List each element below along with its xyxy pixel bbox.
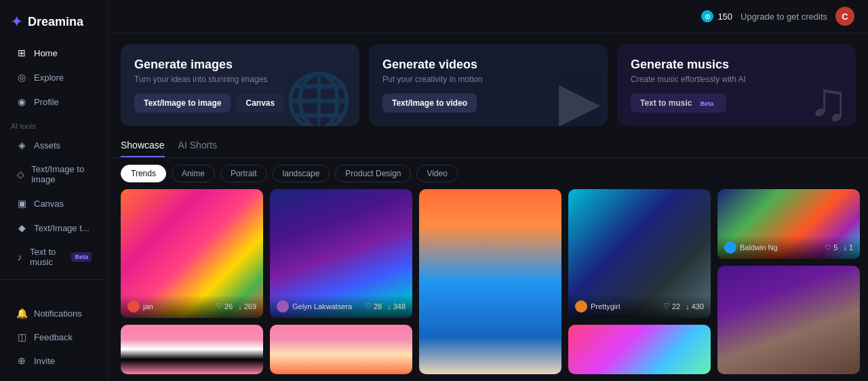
feature-cards-row: Generate images Turn your ideas into stu… [108, 33, 868, 134]
downloads-value: 348 [393, 302, 406, 310]
gallery: jan ♡ 26 ↓ 269 [108, 189, 868, 381]
gallery-item-bottom-2[interactable] [270, 325, 412, 374]
sidebar-item-text-image[interactable]: ◇ Text/Image to image [5, 158, 102, 190]
feedback-icon: ◫ [16, 332, 27, 342]
card-title: Generate musics [631, 58, 842, 72]
downloads-stat: ↓ 348 [387, 302, 406, 310]
feature-card-videos: Generate videos Put your creativity in m… [369, 44, 608, 126]
gallery-item-zebra[interactable] [121, 325, 263, 374]
likes-value: 28 [374, 302, 382, 310]
gallery-col-4: Prettygirl ♡ 22 ↓ 430 [568, 189, 711, 374]
assets-icon: ◈ [16, 140, 27, 151]
tabs-section: Showcase AI Shorts [108, 134, 868, 158]
text-image-to-video-button[interactable]: Text/Image to video [382, 94, 477, 113]
notifications-icon: 🔔 [16, 308, 27, 319]
main-content: ⊙ 150 Upgrade to get credits C Generate … [108, 0, 868, 381]
canvas-button[interactable]: Canvas [236, 94, 284, 113]
filter-trends[interactable]: Trends [121, 165, 166, 182]
gallery-item-beach-girl[interactable] [419, 189, 561, 374]
user-avatar [724, 241, 736, 254]
credits-icon: ⊙ [701, 10, 713, 22]
user-avatar [277, 300, 289, 313]
sidebar-item-home[interactable]: ⊞ Home [5, 41, 102, 64]
app-logo: ✦ Dreamina [0, 8, 108, 41]
sidebar-item-invite[interactable]: ⊕ Invite [5, 349, 102, 372]
image-stats: ♡ 28 ↓ 348 [365, 302, 406, 310]
sidebar-item-label: Feedback [34, 332, 73, 342]
gallery-item-cat-car[interactable]: Prettygirl ♡ 22 ↓ 430 [568, 189, 711, 318]
avatar[interactable]: C [835, 7, 854, 26]
image-overlay: Baldwin Ng ♡ 5 ↓ 1 [717, 236, 860, 259]
gallery-col-5: Baldwin Ng ♡ 5 ↓ 1 [717, 189, 860, 374]
text-to-music-button[interactable]: Text to music Beta [631, 94, 726, 113]
card-decoration: ▶ [559, 70, 601, 126]
beta-badge: Beta [697, 99, 717, 108]
image-stats: ♡ 26 ↓ 269 [216, 302, 256, 310]
app-name: Dreamina [28, 15, 83, 29]
likes-icon: ♡ [365, 302, 372, 310]
sidebar-item-text-music[interactable]: ♪ Text to music Beta [5, 241, 102, 273]
likes-stat: ♡ 22 [663, 302, 680, 310]
likes-value: 5 [833, 243, 837, 252]
tab-ai-shorts[interactable]: AI Shorts [178, 134, 218, 157]
filter-portrait[interactable]: Portrait [220, 165, 267, 182]
tab-label: Showcase [121, 140, 165, 151]
section-label: AI tools [0, 114, 108, 133]
filter-anime[interactable]: Anime [172, 165, 215, 182]
tab-showcase[interactable]: Showcase [121, 134, 165, 157]
card-decoration: ♫ [808, 71, 849, 126]
filter-row: Trends Anime Portrait landscape Product … [108, 158, 868, 189]
sidebar-item-assets[interactable]: ◈ Assets [5, 134, 102, 157]
gallery-item-girl-portrait[interactable] [717, 266, 860, 374]
download-icon: ↓ [387, 302, 391, 310]
sidebar-item-notifications[interactable]: 🔔 Notifications [5, 302, 102, 325]
filter-product-design[interactable]: Product Design [335, 165, 411, 182]
sidebar: ✦ Dreamina ⊞ Home ◎ Explore ◉ Profile AI… [0, 0, 108, 381]
likes-icon: ♡ [825, 243, 831, 252]
filter-landscape[interactable]: landscape [273, 165, 330, 182]
user-avatar [575, 300, 587, 313]
credits-display: ⊙ 150 [701, 10, 732, 22]
user-name: Gelyn Lakwatsera [292, 302, 352, 310]
feature-card-images: Generate images Turn your ideas into stu… [121, 44, 359, 126]
user-name: Baldwin Ng [740, 243, 778, 252]
tab-label: AI Shorts [178, 140, 218, 151]
credits-value: 150 [717, 12, 732, 22]
sidebar-item-label: Notifications [34, 308, 82, 319]
logo-icon: ✦ [11, 14, 22, 30]
sidebar-item-explore[interactable]: ◎ Explore [5, 66, 102, 89]
user-name: jan [143, 302, 153, 310]
profile-icon: ◉ [16, 96, 27, 107]
image-overlay: Gelyn Lakwatsera ♡ 28 ↓ 348 [270, 295, 412, 318]
gallery-item-girl-flowers[interactable]: Gelyn Lakwatsera ♡ 28 ↓ 348 [270, 189, 412, 318]
sidebar-item-profile[interactable]: ◉ Profile [5, 90, 102, 113]
sidebar-item-label: Invite [34, 356, 55, 366]
gallery-item-sneaker[interactable]: Baldwin Ng ♡ 5 ↓ 1 [717, 189, 860, 259]
download-icon: ↓ [686, 302, 690, 310]
gallery-col-1: jan ♡ 26 ↓ 269 [121, 189, 263, 374]
sidebar-item-canvas[interactable]: ▣ Canvas [5, 192, 102, 215]
downloads-value: 1 [849, 243, 853, 252]
download-icon: ↓ [843, 243, 847, 252]
user-avatar [127, 300, 140, 313]
sidebar-item-text-image-2[interactable]: ◆ Text/Image t... [5, 216, 102, 239]
likes-icon: ♡ [663, 302, 670, 310]
downloads-stat: ↓ 269 [238, 302, 256, 310]
gallery-item-blob[interactable] [568, 325, 711, 374]
sidebar-item-label: Text/Image to image [31, 164, 92, 184]
user-name: Prettygirl [591, 302, 620, 310]
sidebar-item-label: Text to music [30, 247, 62, 267]
sidebar-item-feedback[interactable]: ◫ Feedback [5, 325, 102, 348]
image-overlay: jan ♡ 26 ↓ 269 [121, 295, 263, 318]
sidebar-item-label: Explore [34, 73, 64, 83]
text-image-to-image-button[interactable]: Text/Image to image [134, 94, 231, 113]
gallery-item-giraffe[interactable]: jan ♡ 26 ↓ 269 [121, 189, 263, 318]
likes-value: 26 [224, 302, 233, 310]
sidebar-item-label: Home [34, 48, 58, 58]
upgrade-link[interactable]: Upgrade to get credits [741, 12, 827, 22]
feature-card-musics: Generate musics Create music effortlessl… [617, 44, 856, 126]
sidebar-item-label: Canvas [34, 199, 64, 209]
likes-value: 22 [672, 302, 680, 310]
card-decoration: 🌐 [285, 69, 353, 126]
filter-video[interactable]: Video [416, 165, 457, 182]
